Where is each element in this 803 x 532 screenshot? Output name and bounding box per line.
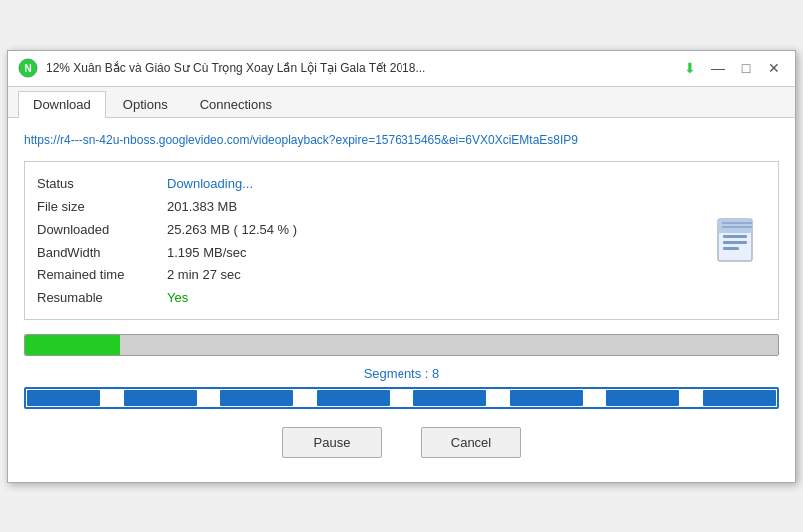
download-url[interactable]: https://r4---sn-42u-nboss.googlevideo.co… [24,133,578,147]
maximize-button[interactable]: □ [735,57,757,79]
progress-bar-outer [24,334,779,356]
segment-chunk [124,390,197,406]
resumable-label: Resumable [37,290,167,305]
svg-rect-5 [723,241,747,244]
segment-gap [584,389,606,407]
download-indicator-icon: ⬇ [679,57,701,79]
segments-label: Segments : 8 [24,366,779,381]
download-window: N 12% Xuân Bắc và Giáo Sư Cù Trọng Xoay … [7,50,796,483]
progress-section [24,334,779,356]
tab-connections[interactable]: Connections [185,91,287,117]
remained-value: 2 min 27 sec [167,267,241,282]
bandwidth-label: BandWidth [37,245,167,260]
svg-rect-4 [723,235,747,238]
segment-chunk [413,390,486,406]
downloaded-label: Downloaded [37,222,167,237]
segment-chunk [317,390,390,406]
tab-options[interactable]: Options [108,91,183,117]
filesize-row: File size 201.383 MB [37,195,766,218]
bandwidth-value: 1.195 MB/sec [167,245,247,260]
file-icon [714,217,762,265]
svg-rect-6 [723,247,739,250]
minimize-button[interactable]: — [707,57,729,79]
url-row: https://r4---sn-42u-nboss.googlevideo.co… [24,132,779,147]
segment-gap [198,389,220,407]
status-value: Downloading... [167,176,253,191]
segment-gap [391,389,412,407]
title-bar: N 12% Xuân Bắc và Giáo Sư Cù Trọng Xoay … [8,51,795,87]
segments-bar [24,387,779,409]
downloaded-row: Downloaded 25.263 MB ( 12.54 % ) [37,218,766,241]
pause-button[interactable]: Pause [282,427,382,458]
filesize-label: File size [37,199,167,214]
svg-rect-3 [718,219,752,233]
downloaded-value: 25.263 MB ( 12.54 % ) [167,222,297,237]
tab-download[interactable]: Download [18,91,106,118]
segment-gap [487,389,509,407]
main-content: https://r4---sn-42u-nboss.googlevideo.co… [8,118,795,482]
segment-gap [101,389,123,407]
segment-chunk [27,390,100,406]
svg-text:N: N [24,63,31,74]
segment-gap [680,389,702,407]
info-grid: Status Downloading... File size 201.383 … [24,161,779,320]
progress-bar-inner [25,335,120,355]
tab-bar: Download Options Connections [8,87,795,118]
bandwidth-row: BandWidth 1.195 MB/sec [37,241,766,264]
app-icon: N [18,58,38,78]
segment-chunk [510,390,583,406]
cancel-button[interactable]: Cancel [421,427,521,458]
segment-chunk [703,390,776,406]
remained-label: Remained time [37,267,167,282]
resumable-value: Yes [167,290,188,305]
filesize-value: 201.383 MB [167,199,237,214]
segment-chunk [606,390,679,406]
status-label: Status [37,176,167,191]
resumable-row: Resumable Yes [37,286,766,309]
segment-chunk [220,390,293,406]
buttons-row: Pause Cancel [24,427,779,468]
window-controls: ⬇ — □ ✕ [679,57,785,79]
status-row: Status Downloading... [37,172,766,195]
remained-row: Remained time 2 min 27 sec [37,264,766,286]
close-button[interactable]: ✕ [763,57,785,79]
window-title: 12% Xuân Bắc và Giáo Sư Cù Trọng Xoay Lầ… [46,61,679,75]
segment-gap [294,389,316,407]
